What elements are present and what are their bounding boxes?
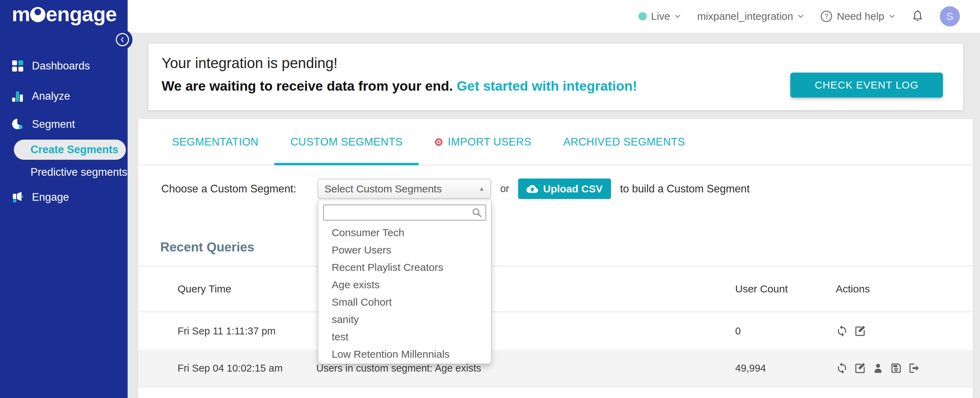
tab-label: CUSTOM SEGMENTS <box>290 136 402 148</box>
sidebar-item-segment[interactable]: Segment <box>0 113 127 136</box>
sidebar-item-label: Engage <box>32 191 69 203</box>
chevron-down-icon <box>888 13 896 20</box>
column-header-actions: Actions <box>836 283 973 295</box>
upload-csv-label: Upload CSV <box>543 183 603 195</box>
edit-icon[interactable] <box>854 362 866 374</box>
dropdown-option[interactable]: sanity <box>318 311 491 328</box>
upload-csv-button[interactable]: Upload CSV <box>518 179 611 199</box>
logo-text-post: engage <box>46 2 116 26</box>
tab-label: IMPORT USERS <box>448 136 531 148</box>
svg-text:?: ? <box>825 13 829 20</box>
megaphone-icon <box>11 191 24 203</box>
dropdown-option[interactable]: Power Users <box>318 241 491 259</box>
or-label: or <box>500 183 509 195</box>
cell-user-count: 49,994 <box>735 363 836 374</box>
integration-banner: Your integration is pending! We are wait… <box>148 43 963 110</box>
dropdown-option[interactable]: Recent Playlist Creators <box>318 259 491 276</box>
notifications-bell-icon[interactable] <box>912 10 924 23</box>
chevron-down-icon <box>797 13 804 20</box>
cell-actions <box>836 362 973 374</box>
tab-label: SEGMENTATION <box>172 136 258 148</box>
sidebar-item-analyze[interactable]: Analyze <box>0 85 127 107</box>
custom-segments-select[interactable]: Select Custom Segments ▲ Consumer Tech P… <box>318 179 491 199</box>
picker-label: Choose a Custom Segment: <box>161 183 296 195</box>
cell-actions <box>836 325 973 337</box>
sidebar-item-label: Create Segments <box>30 144 118 156</box>
recent-queries-table: Query Time User Count Actions Fri Sep 11… <box>138 266 973 387</box>
tab-import-users[interactable]: IMPORT USERS <box>418 119 547 165</box>
moengage-logo: mengage <box>12 2 116 26</box>
export-icon[interactable] <box>908 362 920 374</box>
user-avatar[interactable]: S <box>940 6 960 26</box>
banner-title: Your integration is pending! <box>162 55 338 72</box>
cell-user-count: 0 <box>735 325 836 337</box>
sidebar-collapse-button[interactable] <box>116 33 129 46</box>
custom-segments-dropdown: Consumer Tech Power Users Recent Playlis… <box>318 200 492 364</box>
app-root: mengage Dashboards Analyze Segment Creat… <box>0 0 980 398</box>
bar-chart-icon <box>11 90 24 102</box>
project-dropdown[interactable]: mixpanel_integration <box>697 10 804 22</box>
table-header-row: Query Time User Count Actions <box>138 266 973 312</box>
column-header-user-count: User Count <box>735 283 836 295</box>
sidebar-item-label: Segment <box>32 118 75 131</box>
check-event-log-button[interactable]: CHECK EVENT LOG <box>790 73 943 98</box>
dropdown-search-input[interactable] <box>323 205 486 221</box>
project-name: mixpanel_integration <box>697 10 793 22</box>
table-row: Fri Sep 11 1:11:37 pm 0 <box>138 312 973 350</box>
dropdown-search <box>323 205 486 221</box>
grid-icon <box>11 60 24 72</box>
pie-chart-icon <box>11 118 24 131</box>
refresh-icon[interactable] <box>836 362 848 374</box>
tab-custom-segments[interactable]: CUSTOM SEGMENTS <box>274 119 418 165</box>
dropdown-option[interactable]: test <box>318 328 491 345</box>
recent-queries-heading: Recent Queries <box>138 240 973 266</box>
save-icon[interactable] <box>890 362 902 374</box>
sidebar-item-label: Predictive segments <box>30 166 127 178</box>
logo-person-icon <box>30 7 45 22</box>
segments-card: SEGMENTATION CUSTOM SEGMENTS IMPORT USER… <box>138 119 973 398</box>
cell-query: Users in custom segment: Age exists <box>316 363 735 374</box>
tab-archived-segments[interactable]: ARCHIVED SEGMENTS <box>547 119 701 165</box>
sidebar-item-label: Analyze <box>32 90 70 102</box>
cloud-upload-icon <box>527 183 538 195</box>
segments-tabs: SEGMENTATION CUSTOM SEGMENTS IMPORT USER… <box>138 119 973 165</box>
dropdown-option[interactable]: Consumer Tech <box>318 224 491 241</box>
edit-icon[interactable] <box>854 325 866 337</box>
sidebar-item-create-segments[interactable]: Create Segments <box>14 140 126 160</box>
tab-label: ARCHIVED SEGMENTS <box>563 136 685 148</box>
sidebar: mengage Dashboards Analyze Segment Creat… <box>0 0 127 398</box>
red-target-dot-icon <box>434 138 443 146</box>
get-started-link[interactable]: Get started with integration! <box>457 78 637 93</box>
chevron-left-icon <box>119 37 125 42</box>
environment-label: Live <box>651 10 670 22</box>
sidebar-item-engage[interactable]: Engage <box>0 186 127 208</box>
cell-query-time: Fri Sep 04 10:02:15 am <box>138 363 316 374</box>
user-icon[interactable] <box>872 362 884 374</box>
banner-message-text: We are waiting to receive data from your… <box>162 78 453 93</box>
live-status-dot-icon <box>638 12 647 21</box>
refresh-icon[interactable] <box>836 325 848 337</box>
triangle-up-icon: ▲ <box>479 185 485 192</box>
sidebar-item-label: Dashboards <box>32 60 90 72</box>
help-label: Need help <box>837 10 884 22</box>
picker-suffix-label: to build a Custom Segment <box>620 183 750 195</box>
column-header-query-time: Query Time <box>138 283 316 295</box>
topbar: Live mixpanel_integration ? Need help S <box>127 0 980 33</box>
dropdown-option[interactable]: Low Retention Millennials <box>318 345 491 363</box>
banner-message: We are waiting to receive data from your… <box>162 78 637 94</box>
help-dropdown[interactable]: ? Need help <box>820 10 896 22</box>
custom-segment-picker-row: Choose a Custom Segment: Select Custom S… <box>138 179 973 199</box>
tab-segmentation[interactable]: SEGMENTATION <box>156 119 274 165</box>
search-icon <box>472 207 482 218</box>
avatar-initial: S <box>947 10 953 22</box>
sidebar-item-dashboards[interactable]: Dashboards <box>0 55 127 77</box>
select-value: Select Custom Segments <box>324 183 441 195</box>
dropdown-option[interactable]: Age exists <box>318 276 491 294</box>
dropdown-option[interactable]: Small Cohort <box>318 294 491 311</box>
logo-text-pre: m <box>12 2 30 26</box>
environment-dropdown[interactable]: Live <box>638 10 681 22</box>
help-circle-icon: ? <box>820 10 833 22</box>
sidebar-item-predictive-segments[interactable]: Predictive segments <box>30 166 127 179</box>
chevron-down-icon <box>674 13 681 20</box>
cell-query-time: Fri Sep 11 1:11:37 pm <box>138 325 316 337</box>
